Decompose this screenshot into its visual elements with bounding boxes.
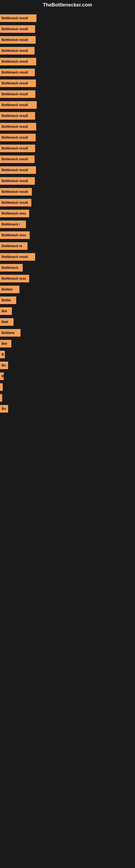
- bar-row: Bottleneck re: [0, 241, 135, 251]
- bottleneck-bar: Bottleneck result: [0, 112, 35, 120]
- bottleneck-bar: Bottleneck resu: [0, 231, 30, 239]
- bottleneck-bar: Bottleneck result: [0, 166, 36, 174]
- bar-row: Bottleneck result: [0, 13, 135, 24]
- bar-row: Bottleneck result: [0, 78, 135, 89]
- bottleneck-bar: Bottleneck result: [0, 145, 35, 152]
- bar-row: Bottleneck result: [0, 251, 135, 262]
- bar-row: Bottleneck resu: [0, 273, 135, 284]
- bottleneck-bar: Bottleneck result: [0, 177, 35, 185]
- bottleneck-bar: Bottleneck resu: [0, 210, 29, 217]
- bottleneck-bar: [0, 383, 3, 391]
- bar-row: Bottleneck result: [0, 176, 135, 186]
- bar-row: Bottleneck result: [0, 121, 135, 132]
- bar-row: Bottleneck resu: [0, 208, 135, 219]
- bar-row: Bottleneck r: [0, 219, 135, 230]
- bar-row: Bottleneck result: [0, 99, 135, 111]
- bar-row: Bottleneck result: [0, 154, 135, 165]
- bottleneck-bar: Bottleneck result: [0, 80, 36, 87]
- bar-row: Bottleneck result: [0, 24, 135, 34]
- bottleneck-bar: Bottleneck result: [0, 155, 35, 163]
- bar-row: Bottle: [0, 295, 135, 306]
- bar-row: Bott: [0, 316, 135, 328]
- bar-row: [0, 393, 135, 403]
- bottleneck-bar: Bottleneck result: [0, 123, 36, 130]
- bar-row: B: [0, 349, 135, 360]
- bar-row: Bottlen: [0, 284, 135, 295]
- bar-row: Bo: [0, 403, 135, 414]
- bottleneck-bar: Bottleneck result: [0, 199, 31, 207]
- bottleneck-bar: Bottleneck result: [0, 58, 36, 65]
- bars-container: Bottleneck resultBottleneck resultBottle…: [0, 10, 135, 417]
- bar-row: Bottleneck result: [0, 34, 135, 45]
- bottleneck-bar: Bottlene: [0, 329, 20, 337]
- bottleneck-bar: Bottleneck: [0, 264, 23, 272]
- bottleneck-bar: [0, 394, 2, 402]
- bar-row: Bottleneck result: [0, 197, 135, 208]
- bar-row: Bottleneck result: [0, 165, 135, 176]
- bar-row: Bot: [0, 338, 135, 349]
- bottleneck-bar: B: [0, 372, 4, 380]
- bar-row: Bottlene: [0, 328, 135, 338]
- bottleneck-bar: Bottleneck result: [0, 253, 35, 261]
- bottleneck-bar: Bottleneck result: [0, 25, 35, 33]
- bottleneck-bar: Bottleneck result: [0, 36, 36, 44]
- bottleneck-bar: B: [0, 351, 5, 358]
- bottleneck-bar: Bottle: [0, 297, 16, 304]
- bar-row: Bottleneck result: [0, 56, 135, 67]
- bar-row: B: [0, 371, 135, 382]
- bottleneck-bar: Bottleneck result: [0, 134, 36, 141]
- bar-row: Bottleneck result: [0, 111, 135, 121]
- bottleneck-bar: Bottlen: [0, 286, 19, 293]
- bottleneck-bar: Bottleneck re: [0, 242, 28, 250]
- bottleneck-bar: Bottleneck result: [0, 90, 35, 98]
- bottleneck-bar: Bottleneck resu: [0, 275, 29, 282]
- bottleneck-bar: Bottleneck r: [0, 220, 26, 228]
- bar-row: Bottleneck resu: [0, 230, 135, 241]
- bottleneck-bar: Bo: [0, 362, 8, 369]
- bar-row: Bo: [0, 360, 135, 371]
- bottleneck-bar: Bottleneck result: [0, 188, 32, 195]
- bottleneck-bar: Bottleneck result: [0, 101, 37, 109]
- bar-row: Bottleneck result: [0, 186, 135, 197]
- bar-row: Bottleneck result: [0, 143, 135, 154]
- bar-row: [0, 382, 135, 393]
- site-title: TheBottlenecker.com: [0, 0, 135, 10]
- bottleneck-bar: Bot: [0, 307, 12, 315]
- bar-row: Bottleneck result: [0, 45, 135, 56]
- bar-row: Bottleneck result: [0, 132, 135, 143]
- bar-row: Bot: [0, 306, 135, 316]
- bar-row: Bottleneck result: [0, 67, 135, 78]
- bottleneck-bar: Bottleneck result: [0, 14, 37, 22]
- bottleneck-bar: Bott: [0, 318, 13, 326]
- bottleneck-bar: Bottleneck result: [0, 47, 35, 55]
- bottleneck-bar: Bot: [0, 340, 11, 347]
- bottleneck-bar: Bo: [0, 405, 8, 412]
- bar-row: Bottleneck: [0, 262, 135, 273]
- bar-row: Bottleneck result: [0, 89, 135, 99]
- bottleneck-bar: Bottleneck result: [0, 69, 35, 76]
